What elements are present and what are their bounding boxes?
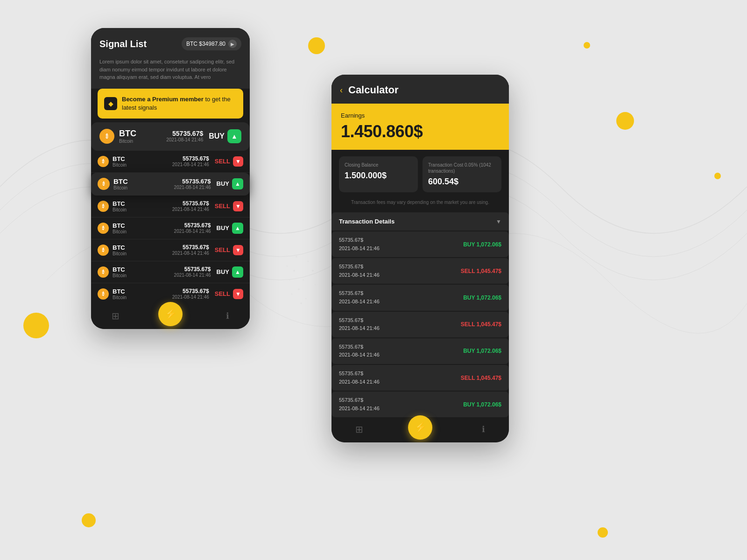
signal-item[interactable]: ₿ BTC Bitcoin 55735.67$ 2021-08-14 21:46…: [91, 217, 250, 239]
earnings-card: Earnings 1.450.860$: [331, 104, 509, 150]
transaction-item[interactable]: 55735.67$2021-08-14 21:46 BUY 1,072.06$: [331, 285, 509, 310]
buy-action[interactable]: BUY ▲: [209, 129, 241, 143]
decorative-circle: [714, 173, 721, 179]
svg-point-1: [303, 280, 304, 281]
premium-banner[interactable]: ◆ Become a Premium member to get the lat…: [98, 89, 243, 119]
tx-details-label: Transaction Details: [339, 218, 395, 225]
closing-balance-card: Closing Balance 1.500.000$: [339, 156, 418, 192]
coin-price: 55735.67$ 2021-08-14 21:46: [166, 130, 203, 142]
grid-nav-icon[interactable]: ⊞: [112, 310, 120, 322]
svg-point-9: [287, 266, 288, 267]
fab-button[interactable]: ⚡: [158, 302, 183, 326]
sell-action[interactable]: SELL ▼: [215, 201, 243, 211]
tx-fee-note: Transaction fees may vary depending on t…: [331, 199, 509, 212]
buy-arrow-icon: ▲: [232, 266, 243, 278]
tx-action-buy: BUY 1,072.06$: [463, 241, 501, 248]
tx-cost-card: Transaction Cost 0.05% (1042 transaction…: [423, 156, 501, 192]
tx-left: 55735.67$2021-08-14 21:46: [339, 396, 380, 413]
signal-item[interactable]: ₿ BTC Bitcoin 55735.67$ 2021-08-14 21:46…: [91, 261, 250, 283]
info-nav-icon[interactable]: ℹ: [482, 424, 485, 434]
svg-point-6: [305, 298, 307, 300]
calculator-title: Calculator: [348, 84, 399, 96]
bottom-nav: ⊞ ℹ ⚡: [91, 305, 250, 329]
bottom-nav-right: ⊞ ℹ ⚡: [331, 418, 509, 442]
tx-left: 55735.67$2021-08-14 21:46: [339, 316, 380, 333]
grid-nav-icon[interactable]: ⊞: [355, 424, 363, 435]
buy-arrow-icon: ▲: [227, 129, 241, 143]
tx-action-buy: BUY 1,072.06$: [463, 294, 501, 301]
tx-action-sell: SELL 1,045.47$: [461, 375, 501, 381]
svg-point-11: [319, 261, 320, 262]
btc-icon: ₿: [98, 178, 110, 190]
tx-left: 55735.67$2021-08-14 21:46: [339, 343, 380, 359]
signal-list-title: Signal List: [99, 39, 147, 49]
btc-icon: ₿: [98, 201, 109, 212]
buy-action[interactable]: BUY ▲: [217, 266, 243, 278]
buy-arrow-icon: ▲: [232, 178, 243, 189]
sell-action[interactable]: SELL ▼: [215, 289, 243, 299]
chevron-down-icon: ▼: [496, 218, 501, 225]
btc-icon: ₿: [98, 156, 109, 167]
coin-price: 55735.67$ 2021-08-14 21:46: [172, 200, 209, 212]
transaction-item[interactable]: 55735.67$2021-08-14 21:46 SELL 1,045.47$: [331, 312, 509, 337]
coin-subname: Bitcoin: [119, 139, 166, 144]
back-button[interactable]: ‹: [340, 85, 343, 95]
btc-badge-arrow: ▶: [228, 40, 237, 48]
btc-price-label: BTC $34987.80: [186, 41, 226, 47]
buy-arrow-icon: ▲: [232, 223, 243, 234]
coin-info: BTC Bitcoin: [113, 244, 172, 256]
tx-left: 55735.67$2021-08-14 21:46: [339, 370, 380, 386]
sell-action[interactable]: SELL ▼: [215, 156, 243, 167]
svg-point-4: [289, 280, 290, 280]
svg-point-12: [291, 294, 293, 295]
buy-action[interactable]: BUY ▲: [217, 178, 243, 189]
signal-item[interactable]: ₿ BTC Bitcoin 55735.67$ 2021-08-14 21:46…: [91, 122, 250, 151]
coin-name: BTC: [119, 129, 166, 139]
sell-action[interactable]: SELL ▼: [215, 245, 243, 255]
tx-action-sell: SELL 1,045.47$: [461, 268, 501, 274]
svg-point-3: [308, 261, 309, 262]
fab-button[interactable]: ⚡: [408, 415, 432, 440]
coin-price: 55735.67$ 2021-08-14 21:46: [174, 178, 211, 190]
sell-arrow-icon: ▼: [233, 201, 243, 211]
sell-arrow-icon: ▼: [233, 156, 243, 167]
tx-left: 55735.67$2021-08-14 21:46: [339, 236, 380, 252]
decorative-circle: [584, 42, 590, 49]
closing-balance-label: Closing Balance: [345, 162, 412, 168]
coin-price: 55735.67$ 2021-08-14 21:46: [174, 222, 211, 234]
coin-price: 55735.67$ 2021-08-14 21:46: [174, 266, 211, 278]
btc-icon: ₿: [98, 223, 109, 234]
signal-item[interactable]: ₿ BTC Bitcoin 55735.67$ 2021-08-14 21:46…: [91, 196, 250, 217]
left-phone: Signal List BTC $34987.80 ▶ Lorem ipsum …: [91, 28, 250, 329]
svg-point-7: [296, 256, 297, 258]
transaction-item[interactable]: 55735.67$2021-08-14 21:46 BUY 1,072.06$: [331, 338, 509, 364]
coin-price: 55735.67$ 2021-08-14 21:46: [172, 288, 209, 300]
tx-details-header[interactable]: Transaction Details ▼: [331, 212, 509, 231]
signal-item[interactable]: ₿ BTC Bitcoin 55735.67$ 2021-08-14 21:46…: [91, 239, 250, 261]
balance-row: Closing Balance 1.500.000$ Transaction C…: [331, 150, 509, 199]
coin-info: BTC Bitcoin: [113, 266, 174, 278]
coin-info: BTC Bitcoin: [113, 155, 172, 168]
earnings-label: Earnings: [341, 112, 500, 119]
transaction-item[interactable]: 55735.67$2021-08-14 21:46 SELL 1,045.47$: [331, 258, 509, 284]
buy-action[interactable]: BUY ▲: [217, 223, 243, 234]
coin-info: BTC Bitcoin: [113, 288, 172, 300]
transaction-list: 55735.67$2021-08-14 21:46 BUY 1,072.06$ …: [331, 231, 509, 417]
tx-cost-label: Transaction Cost 0.05% (1042 transaction…: [428, 162, 496, 174]
btc-price-badge[interactable]: BTC $34987.80 ▶: [182, 37, 241, 50]
coin-price: 55735.67$ 2021-08-14 21:46: [172, 155, 209, 167]
signal-item[interactable]: ₿ BTC Bitcoin 55735.67$ 2021-08-14 21:46…: [91, 173, 250, 196]
decorative-circle: [82, 513, 96, 527]
transaction-item[interactable]: 55735.67$2021-08-14 21:46 SELL 1,045.47$: [331, 365, 509, 391]
right-phone: ‹ Calculator Earnings 1.450.860$ Closing…: [331, 75, 509, 442]
svg-point-0: [293, 270, 295, 272]
tx-cost-value: 600.54$: [428, 177, 496, 187]
signal-item[interactable]: ₿ BTC Bitcoin 55735.67$ 2021-08-14 21:46…: [91, 151, 250, 173]
calculator-header: ‹ Calculator: [331, 75, 509, 104]
decorative-circle: [616, 112, 634, 130]
decorative-circle: [598, 527, 608, 538]
coin-info: BTC Bitcoin: [119, 129, 166, 144]
info-nav-icon[interactable]: ℹ: [226, 311, 229, 321]
transaction-item[interactable]: 55735.67$2021-08-14 21:46 BUY 1,072.06$: [331, 231, 509, 257]
transaction-item[interactable]: 55735.67$2021-08-14 21:46 BUY 1,072.06$: [331, 392, 509, 417]
